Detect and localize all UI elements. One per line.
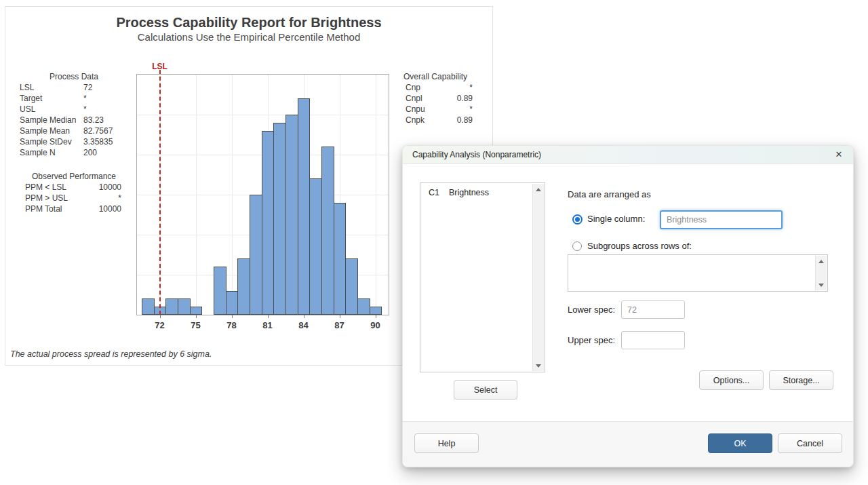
stat-value: 83.23: [83, 115, 104, 125]
histogram-bar: [309, 178, 322, 315]
stat-value: 0.89: [457, 94, 473, 103]
lower-spec-label: Lower spec:: [568, 305, 615, 315]
cancel-button[interactable]: Cancel: [778, 433, 842, 453]
x-tick: [340, 315, 340, 318]
stat-row: PPM > USL*: [20, 193, 121, 204]
chart-footnote: The actual process spread is represented…: [10, 349, 212, 359]
stat-row: LSL72: [20, 83, 121, 94]
stat-label: PPM < LSL: [25, 182, 66, 192]
stat-label: Cnpk: [406, 115, 425, 125]
scroll-up-button[interactable]: [816, 256, 827, 267]
histogram-bar: [250, 195, 262, 315]
stat-row: Sample Mean82.7567: [20, 126, 121, 137]
x-gridline: [376, 75, 376, 315]
histogram-bar: [285, 115, 298, 315]
histogram-bar: [190, 307, 203, 315]
x-tick-label: 90: [363, 320, 388, 330]
x-tick: [160, 315, 161, 318]
arrow-down-icon: [536, 364, 541, 368]
stat-value: 10000: [99, 204, 121, 214]
histogram-bar: [165, 298, 178, 315]
upper-spec-label: Upper spec:: [568, 335, 615, 345]
x-tick-label: 84: [292, 320, 316, 330]
stat-value: 82.7567: [83, 126, 113, 136]
close-icon[interactable]: ✕: [833, 149, 845, 161]
upper-spec-input[interactable]: [621, 331, 685, 349]
x-tick: [268, 315, 269, 318]
lower-spec-input[interactable]: [621, 300, 685, 319]
x-tick: [232, 315, 233, 318]
histogram-bar: [273, 123, 286, 315]
capability-analysis-dialog: Capability Analysis (Nonparametric) ✕ C1…: [402, 145, 854, 467]
histogram-bar: [345, 258, 358, 315]
column-listbox[interactable]: C1 Brightness: [420, 182, 545, 372]
stat-value: 0.89: [457, 115, 473, 125]
stat-row: USL*: [20, 104, 121, 115]
arrow-up-icon: [818, 260, 824, 263]
arrow-down-icon: [818, 284, 824, 287]
subgroups-input[interactable]: [568, 254, 828, 292]
stat-row: Sample Median83.23: [20, 115, 121, 126]
options-button[interactable]: Options...: [699, 370, 764, 390]
x-tick-label: 75: [184, 320, 208, 330]
dialog-title: Capability Analysis (Nonparametric): [412, 146, 541, 164]
histogram-bar: [237, 258, 250, 315]
dialog-titlebar[interactable]: Capability Analysis (Nonparametric) ✕: [403, 146, 853, 164]
stat-label: Cnp: [406, 83, 420, 92]
subgroups-label: Subgroups across rows of:: [587, 241, 692, 251]
y-gridline: [137, 115, 389, 115]
chart-subtitle: Calculations Use the Empirical Percentil…: [5, 31, 492, 43]
histogram-bar: [226, 291, 239, 315]
help-button[interactable]: Help: [414, 433, 479, 453]
scroll-down-button[interactable]: [533, 360, 544, 371]
stat-row: Cnpk0.89: [401, 115, 473, 126]
stat-label: Sample Median: [20, 115, 76, 125]
stat-value: 200: [83, 148, 97, 157]
stat-value: *: [83, 104, 87, 114]
x-tick-label: 87: [328, 320, 352, 330]
histogram-bar: [298, 98, 311, 315]
scroll-down-button[interactable]: [816, 279, 827, 290]
stat-value: *: [118, 193, 121, 203]
radio-dot: [575, 217, 580, 222]
select-button[interactable]: Select: [454, 380, 517, 400]
stat-row: Cnp*: [401, 83, 473, 94]
histogram-bar: [357, 298, 370, 315]
histogram-bar: [334, 203, 347, 315]
chart-title: Process Capability Report for Brightness: [5, 15, 492, 31]
stat-label: Cnpu: [406, 104, 425, 114]
stat-value: *: [469, 104, 473, 114]
stat-value: 72: [83, 83, 92, 92]
single-column-radio[interactable]: [572, 214, 583, 225]
scroll-up-button[interactable]: [533, 184, 544, 195]
histogram-bar: [321, 147, 334, 315]
subgroups-radio[interactable]: [572, 241, 582, 251]
storage-button[interactable]: Storage...: [769, 370, 833, 390]
ok-button[interactable]: OK: [708, 433, 772, 453]
stat-value: 3.35835: [83, 137, 113, 147]
lsl-line: [159, 70, 161, 315]
process-data-heading: Process Data: [20, 72, 128, 81]
column-name: Brightness: [449, 188, 489, 197]
stat-label: PPM Total: [25, 204, 62, 214]
histogram-bar: [178, 298, 191, 315]
stat-value: *: [469, 83, 473, 92]
subgroups-scrollbar[interactable]: [815, 256, 827, 290]
stat-row: Sample N200: [20, 148, 121, 159]
stat-row: Cnpu*: [401, 104, 473, 115]
single-column-input[interactable]: [660, 210, 783, 229]
overall-capability-heading: Overall Capability: [398, 72, 473, 81]
histogram-bar: [142, 298, 155, 315]
stat-row: PPM < LSL10000: [20, 182, 121, 193]
listbox-scrollbar[interactable]: [532, 184, 544, 371]
stat-label: USL: [20, 104, 35, 114]
stat-label: Cnpl: [406, 94, 422, 103]
observed-performance-heading: Observed Performance: [20, 172, 128, 181]
histogram-plot: 72757881848790: [136, 74, 389, 315]
observed-performance-table: PPM < LSL10000PPM > USL*PPM Total10000: [20, 182, 121, 215]
stat-value: *: [83, 94, 87, 103]
x-tick-label: 72: [148, 320, 172, 330]
x-tick: [196, 315, 197, 318]
stat-row: Cnpl0.89: [401, 94, 473, 104]
list-item[interactable]: C1 Brightness: [420, 188, 532, 200]
